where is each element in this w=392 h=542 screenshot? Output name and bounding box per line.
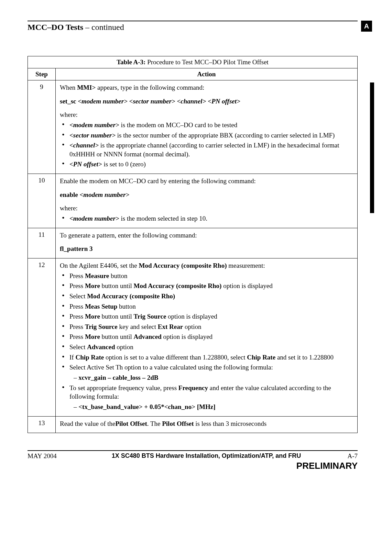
bullet-list: Press Measure button Press More button u… (60, 272, 353, 372)
list-item: <modem number> is the modem selected in … (60, 214, 353, 223)
list-item: Select Active Set Th option to a value c… (60, 363, 353, 372)
table-row: 10 Enable the modem on MCC–DO card by en… (28, 174, 358, 228)
list-item: Press More button until Mod Accuracy (co… (60, 281, 353, 290)
list-item: Select Mod Accuracy (composite Rho) (60, 292, 353, 301)
text: button (117, 303, 135, 310)
bullet-list: <modem number> is the modem selected in … (60, 214, 353, 223)
text-bold: More (85, 282, 100, 289)
table-row: 13 Read the value of thePilot Offset. Th… (28, 416, 358, 433)
text: appears, type in the following command: (96, 84, 204, 91)
text: Select (69, 343, 87, 351)
text: measurement: (227, 262, 265, 269)
list-item: To set appropriate frequency value, pres… (60, 384, 353, 401)
footer-date: MAY 2004 (28, 452, 76, 460)
text: Press (69, 303, 85, 310)
text: is less than 3 microseconds (194, 420, 267, 427)
formula-text: <tx_base_band_value> + 0.05*<chan_no> [M… (78, 403, 215, 410)
list-item: <channel> is the appropriate channel (ac… (60, 141, 353, 158)
text: option (115, 343, 133, 351)
step-number: 13 (28, 416, 56, 433)
page-title-rest: – continued (83, 23, 124, 32)
text: Press (69, 272, 85, 279)
text: When (60, 84, 77, 91)
table-row: 9 When MMI> appears, type in the followi… (28, 80, 358, 174)
text: Press (69, 282, 85, 289)
command-text: enable (60, 191, 80, 198)
list-item: Press Meas Setup button (60, 302, 353, 311)
preliminary-stamp: PRELIMINARY (28, 461, 358, 471)
text: Enable the modem on MCC–DO card by enter… (60, 177, 353, 186)
text: option is set to a value different than … (104, 354, 247, 361)
text: To set appropriate frequency value, pres… (69, 384, 178, 391)
text: button until (100, 282, 134, 289)
footer-doc-title: 1X SC480 BTS Hardware Installation, Opti… (76, 452, 337, 460)
list-item: <PN offset> is set to 0 (zero) (60, 160, 353, 169)
col-header-step: Step (28, 68, 56, 80)
text-bold: Meas Setup (85, 303, 117, 310)
page-footer: MAY 2004 1X SC480 BTS Hardware Installat… (28, 450, 358, 471)
arg-name: <PN offset> (69, 161, 102, 168)
text-bold: Advanced (87, 343, 115, 351)
table-row: 12 On the Agilent E4406, set the Mod Acc… (28, 258, 358, 416)
side-bar-marker (370, 82, 374, 213)
formula-text: xcvr_gain – cable_loss – 2dB (78, 374, 158, 381)
step-number: 12 (28, 258, 56, 416)
text-bold: Frequency (178, 384, 208, 391)
where-label: where: (60, 110, 353, 119)
text: option is displayed (166, 313, 217, 320)
text-bold: Pilot Offset (115, 420, 147, 427)
action-cell: Enable the modem on MCC–DO card by enter… (56, 174, 358, 228)
sub-item: xcvr_gain – cable_loss – 2dB (60, 373, 353, 382)
col-header-action: Action (56, 68, 358, 80)
list-item: If Chip Rate option is set to a value di… (60, 353, 353, 362)
text-bold: More (85, 313, 100, 320)
text: Select (69, 292, 87, 300)
step-number: 11 (28, 228, 56, 258)
text: On the Agilent E4406, set the (60, 262, 139, 269)
text: option is displayed (162, 333, 213, 340)
procedure-table-wrap: Table A-3: Procedure to Test MCC–DO Pilo… (28, 56, 358, 433)
footer-page-number: A-7 (337, 452, 358, 460)
bullet-list: To set appropriate frequency value, pres… (60, 384, 353, 401)
page-title-bold: MCC–DO Tests (28, 23, 83, 32)
arg-name: <modem number> (69, 121, 119, 129)
where-label: where: (60, 204, 353, 213)
text: is the modem selected in step 10. (119, 215, 207, 222)
text: and set it to 1.228800 (275, 354, 334, 361)
text: To generate a pattern, enter the followi… (60, 231, 353, 240)
text: If (69, 354, 75, 361)
text-bold: Chip Rate (247, 354, 275, 361)
text-bold: Trig Source (134, 313, 166, 320)
text-bold: More (85, 333, 100, 340)
text-bold: MMI> (77, 84, 96, 91)
text: key and select (118, 323, 158, 330)
command-text: set_sc (60, 98, 78, 105)
text-bold: Chip Rate (75, 354, 104, 361)
table-title-rest: Procedure to Test MCC–DO Pilot Time Offs… (145, 58, 268, 66)
procedure-table: Table A-3: Procedure to Test MCC–DO Pilo… (28, 56, 358, 433)
sub-item: <tx_base_band_value> + 0.05*<chan_no> [M… (60, 402, 353, 411)
arg-name: <modem number> (69, 215, 119, 222)
text: Press (69, 313, 85, 320)
text: is the appropriate channel (according to… (69, 142, 339, 158)
action-cell: To generate a pattern, enter the followi… (56, 228, 358, 258)
step-number: 10 (28, 174, 56, 228)
page-header: MCC–DO Tests – continued (28, 23, 358, 32)
text-bold: Mod Accuracy (composite Rho) (134, 282, 222, 289)
text: Press (69, 323, 85, 330)
action-cell: When MMI> appears, type in the following… (56, 80, 358, 174)
footer-rule (28, 450, 358, 451)
table-title: Table A-3: Procedure to Test MCC–DO Pilo… (28, 56, 358, 68)
page-title: MCC–DO Tests – continued (28, 23, 124, 32)
list-item: Press Measure button (60, 272, 353, 280)
text: Select Active Set Th option to a value c… (69, 364, 273, 371)
header-rule (28, 21, 358, 21)
command-arg: <modem number> <sector number> <channel>… (78, 98, 240, 105)
step-number: 9 (28, 80, 56, 174)
text-bold: Trig Source (85, 323, 118, 330)
text-bold: Ext Rear (158, 323, 183, 330)
arg-name: <channel> (69, 142, 99, 149)
text-bold: Mod Accuracy (composite Rho) (87, 292, 175, 300)
text: Read the value of the (60, 420, 115, 427)
text: . The (147, 420, 162, 427)
